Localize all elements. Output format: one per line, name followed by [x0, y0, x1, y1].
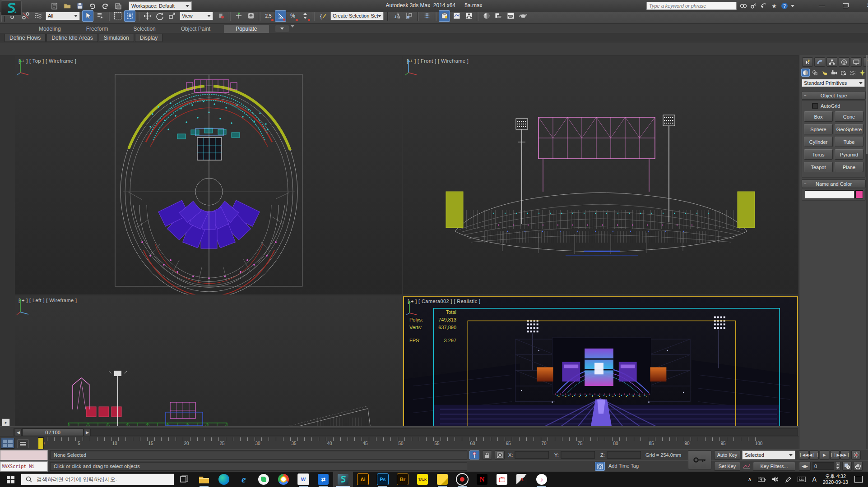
current-frame-field[interactable] [812, 462, 834, 470]
select-and-scale-icon[interactable] [166, 10, 177, 22]
tab-display-icon[interactable] [851, 57, 862, 67]
render-production-icon[interactable] [517, 10, 529, 22]
schematic-view-icon[interactable] [463, 10, 474, 22]
viewport-front[interactable]: [ + ] [ Front ] [ Wireframe ] [403, 56, 798, 294]
select-and-move-icon[interactable] [142, 10, 153, 22]
app-logo-icon[interactable] [1, 0, 22, 16]
primitive-cone-button[interactable]: Cone [835, 111, 863, 122]
selection-filter-dropdown[interactable]: All [46, 12, 80, 20]
panel-scrollbar[interactable] [866, 55, 868, 449]
search-icon[interactable] [739, 2, 747, 10]
mini-curve-editor-button[interactable] [1, 438, 14, 449]
autogrid-checkbox[interactable] [812, 103, 818, 109]
name-and-color-rollout[interactable]: − Name and Color [802, 179, 866, 188]
go-to-end-button[interactable]: ▶▶❘ [840, 450, 850, 459]
primitive-pyramid-button[interactable]: Pyramid [835, 149, 863, 160]
object-color-swatch[interactable] [855, 190, 863, 198]
align-icon[interactable] [404, 10, 415, 22]
help-menu-chevron-icon[interactable] [791, 5, 794, 9]
select-object-icon[interactable] [82, 10, 93, 22]
populate-display-button[interactable]: Display [135, 34, 162, 42]
tab-create-icon[interactable] [802, 57, 813, 67]
category-cameras-icon[interactable] [830, 69, 838, 77]
viewport-camera[interactable]: [ + ] [ Camera002 ] [ Realistic ] Total … [403, 296, 798, 480]
new-file-icon[interactable] [50, 1, 60, 10]
ribbon-tab-object-paint[interactable]: Object Paint [169, 25, 222, 33]
favorites-star-icon[interactable]: ★ [770, 2, 778, 10]
workspace-dropdown[interactable]: Workspace: Default [129, 1, 192, 10]
primitive-geosphere-button[interactable]: GeoSphere [835, 124, 863, 134]
keyboard-icon[interactable] [798, 477, 806, 482]
use-pivot-point-icon[interactable] [215, 10, 227, 22]
percent-snap-toggle-icon[interactable]: % [287, 10, 298, 22]
snaps-toggle-icon[interactable]: 2.5 [263, 10, 274, 22]
ribbon-tab-selection[interactable]: Selection [121, 25, 167, 33]
next-frame-button[interactable]: ❘❘▶ [830, 450, 840, 459]
ribbon-minimize-button[interactable] [275, 25, 289, 32]
ribbon-tab-populate[interactable]: Populate [224, 25, 269, 33]
select-and-rotate-icon[interactable] [154, 10, 165, 22]
category-geometry-icon[interactable] [801, 69, 810, 77]
tab-motion-icon[interactable] [839, 57, 849, 67]
named-selection-set-dropdown[interactable]: Create Selection Set [330, 12, 384, 20]
spinner-snap-toggle-icon[interactable] [299, 10, 311, 22]
rectangular-selection-region-icon[interactable] [112, 10, 123, 22]
category-helpers-icon[interactable] [839, 69, 848, 77]
close-button[interactable]: × [863, 1, 868, 10]
primitive-plane-button[interactable]: Plane [835, 162, 863, 172]
object-type-rollout[interactable]: − Object Type [802, 91, 866, 100]
restore-button[interactable] [840, 1, 851, 10]
render-setup-icon[interactable] [493, 10, 504, 22]
mirror-icon[interactable] [391, 10, 403, 22]
rendered-frame-window-icon[interactable] [505, 10, 516, 22]
open-file-icon[interactable] [62, 1, 72, 10]
primitive-category-dropdown[interactable]: Standard Primitives [802, 79, 865, 87]
ribbon-toggle-icon[interactable] [439, 10, 450, 22]
primitive-torus-button[interactable]: Torus [804, 149, 833, 160]
undo-icon[interactable] [88, 1, 97, 10]
autogrid-row[interactable]: AutoGrid [812, 103, 840, 109]
subscription-icon[interactable] [760, 2, 768, 10]
zoom-extents-icon[interactable] [851, 450, 861, 459]
clock[interactable]: 오후 4:32 2020-09-13 [823, 473, 848, 485]
ime-indicator[interactable]: A [812, 476, 816, 483]
populate-define-idle-areas-button[interactable]: Define Idle Areas [46, 34, 97, 42]
communication-center-icon[interactable] [749, 2, 757, 10]
ribbon-tab-modeling[interactable]: Modeling [27, 25, 73, 33]
help-icon[interactable]: ? [780, 2, 789, 10]
angle-snap-toggle-icon[interactable] [275, 10, 286, 22]
viewport-left[interactable]: [ + ] [ Left ] [ Wireframe ] [15, 296, 402, 480]
primitive-box-button[interactable]: Box [804, 111, 833, 122]
layer-manager-icon[interactable] [421, 10, 432, 22]
play-button[interactable]: ▶ [820, 450, 829, 459]
previous-frame-button[interactable]: ◀❘❘ [809, 450, 819, 459]
project-folder-icon[interactable] [113, 1, 123, 10]
save-icon[interactable] [75, 1, 85, 10]
key-mode-toggle-icon[interactable]: ◀▶ [799, 462, 811, 471]
window-crossing-toggle-icon[interactable] [124, 10, 135, 22]
category-lights-icon[interactable] [820, 69, 829, 77]
action-center-icon[interactable] [854, 476, 863, 483]
select-and-manipulate-icon[interactable] [233, 10, 244, 22]
ribbon-options-chevron-icon[interactable] [291, 25, 294, 29]
primitive-cylinder-button[interactable]: Cylinder [804, 137, 833, 147]
material-editor-icon[interactable] [481, 10, 492, 22]
category-shapes-icon[interactable] [811, 69, 819, 77]
bind-to-space-warp-icon[interactable] [32, 10, 43, 22]
object-name-input[interactable] [805, 190, 854, 199]
primitive-sphere-button[interactable]: Sphere [804, 124, 833, 134]
redo-icon[interactable] [100, 1, 110, 10]
select-by-name-icon[interactable] [94, 10, 106, 22]
tab-hierarchy-icon[interactable] [826, 57, 837, 67]
frame-spinner[interactable] [835, 462, 840, 471]
reference-coordinate-dropdown[interactable]: View [180, 12, 213, 20]
populate-simulation-button[interactable]: Simulation [99, 34, 134, 42]
ribbon-tab-freeform[interactable]: Freeform [74, 25, 120, 33]
go-to-start-button[interactable]: ❘◀◀ [799, 450, 808, 459]
tab-modify-icon[interactable] [814, 57, 825, 67]
keyboard-shortcut-override-icon[interactable] [245, 10, 256, 22]
curve-editor-icon[interactable] [451, 10, 462, 22]
viewport-top[interactable]: [ + ] [ Top ] [ Wireframe ] [15, 56, 402, 294]
primitive-tube-button[interactable]: Tube [835, 137, 863, 147]
search-input[interactable] [646, 2, 737, 10]
